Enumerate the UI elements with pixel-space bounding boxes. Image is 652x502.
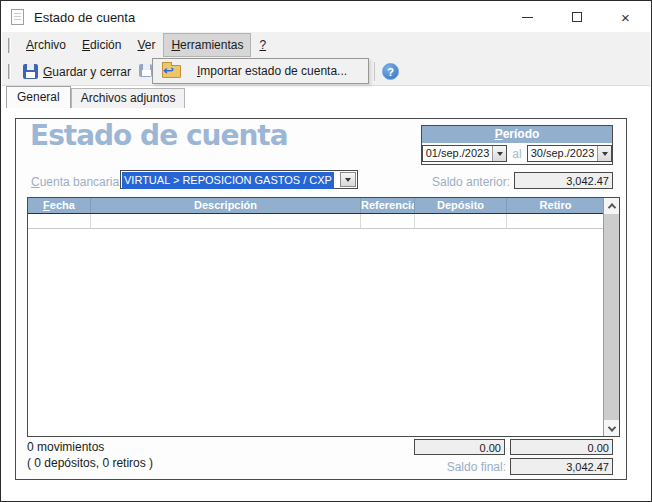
- save-and-close-button[interactable]: Guardar y cerrar: [19, 62, 135, 81]
- chevron-down-icon: [602, 152, 608, 156]
- movements-count: 0 movimientos: [27, 440, 104, 454]
- scroll-up-button[interactable]: [604, 198, 619, 213]
- bank-account-selected-value: VIRTUAL > REPOSICION GASTOS / CXP: [122, 172, 334, 189]
- total-withdrawals-field: 0.00: [510, 439, 613, 455]
- document-icon: [11, 9, 24, 25]
- general-tab-panel: Estado de cuenta Período 01/sep./2023 al…: [15, 118, 627, 480]
- final-balance-field: 3,042.47: [510, 458, 613, 475]
- period-from-picker[interactable]: 01/sep./2023: [422, 145, 508, 162]
- previous-balance-label: Saldo anterior:: [366, 175, 510, 189]
- bank-account-combobox[interactable]: VIRTUAL > REPOSICION GASTOS / CXP: [120, 170, 358, 189]
- period-connector-label: al: [512, 147, 521, 161]
- column-header-retiro[interactable]: Retiro: [507, 198, 604, 213]
- period-to-picker[interactable]: 30/sep./2023: [527, 145, 613, 162]
- menubar-grip[interactable]: [8, 38, 11, 53]
- chevron-down-icon: [607, 423, 615, 431]
- column-header-fecha[interactable]: Fecha: [28, 198, 91, 213]
- total-deposits-field: 0.00: [414, 439, 505, 455]
- column-header-referencia[interactable]: Referencia: [361, 198, 415, 213]
- period-box: Período 01/sep./2023 al 30/sep./2023: [421, 125, 613, 165]
- help-button[interactable]: ?: [382, 63, 399, 80]
- menu-bar: Archivo Edición Ver Herramientas ?: [2, 32, 650, 58]
- chevron-down-icon: [345, 178, 351, 182]
- movements-table: Fecha Descripción Referencia Depósito Re…: [27, 197, 620, 437]
- import-folder-icon: ↩: [162, 65, 181, 78]
- page-title: Estado de cuenta: [30, 119, 288, 152]
- menuitem-importar-estado-de-cuenta[interactable]: Importar estado de cuenta...: [197, 64, 347, 78]
- table-scrollbar[interactable]: [603, 198, 619, 436]
- scrollbar-thumb[interactable]: [604, 214, 619, 420]
- save-and-close-label: Guardar y cerrar: [43, 65, 131, 79]
- column-header-deposito[interactable]: Depósito: [415, 198, 507, 213]
- table-header-row: Fecha Descripción Referencia Depósito Re…: [28, 198, 604, 214]
- menu-archivo[interactable]: Archivo: [19, 34, 73, 56]
- herramientas-dropdown-menu: ↩ Importar estado de cuenta...: [152, 58, 369, 84]
- period-to-value: 30/sep./2023: [528, 146, 598, 161]
- movements-breakdown: ( 0 depósitos, 0 retiros ): [27, 456, 153, 470]
- minimize-button[interactable]: [503, 2, 552, 32]
- column-header-descripcion[interactable]: Descripción: [91, 198, 361, 213]
- table-row[interactable]: [28, 214, 604, 229]
- maximize-icon: [572, 12, 582, 22]
- final-balance-label: Saldo final:: [346, 460, 506, 474]
- period-to-dropdown-button[interactable]: [597, 146, 611, 161]
- toolbar-grip[interactable]: [8, 64, 11, 79]
- period-header: Período: [422, 126, 612, 143]
- chevron-up-icon: [607, 203, 615, 211]
- toolbar-separator: [374, 62, 375, 81]
- menu-help[interactable]: ?: [252, 34, 273, 56]
- tab-bar: General Archivos adjuntos: [2, 86, 650, 108]
- save-icon: [23, 64, 38, 79]
- chevron-down-icon: [497, 152, 503, 156]
- previous-balance-field: 3,042.47: [514, 172, 613, 189]
- menu-herramientas[interactable]: Herramientas: [164, 34, 250, 56]
- menu-ver[interactable]: Ver: [130, 34, 162, 56]
- toolbar: Guardar y cerrar ↲ ↩ Importar estado de …: [2, 58, 650, 86]
- minimize-icon: [522, 17, 533, 18]
- bank-account-label: Cuenta bancaria:: [31, 175, 122, 189]
- period-from-value: 01/sep./2023: [423, 146, 493, 161]
- tab-general[interactable]: General: [6, 86, 71, 108]
- period-from-dropdown-button[interactable]: [492, 146, 506, 161]
- close-icon: ×: [621, 10, 630, 25]
- bank-account-dropdown-button[interactable]: [340, 172, 356, 187]
- close-button[interactable]: ×: [601, 2, 650, 32]
- estado-de-cuenta-window: Estado de cuenta × Archivo Edición Ver H…: [0, 0, 652, 502]
- window-title: Estado de cuenta: [34, 10, 135, 25]
- scroll-down-button[interactable]: [604, 421, 619, 436]
- window-controls: ×: [503, 2, 650, 32]
- tab-archivos-adjuntos[interactable]: Archivos adjuntos: [71, 88, 186, 108]
- menu-edicion[interactable]: Edición: [75, 34, 128, 56]
- maximize-button[interactable]: [552, 2, 601, 32]
- title-bar: Estado de cuenta ×: [2, 2, 650, 32]
